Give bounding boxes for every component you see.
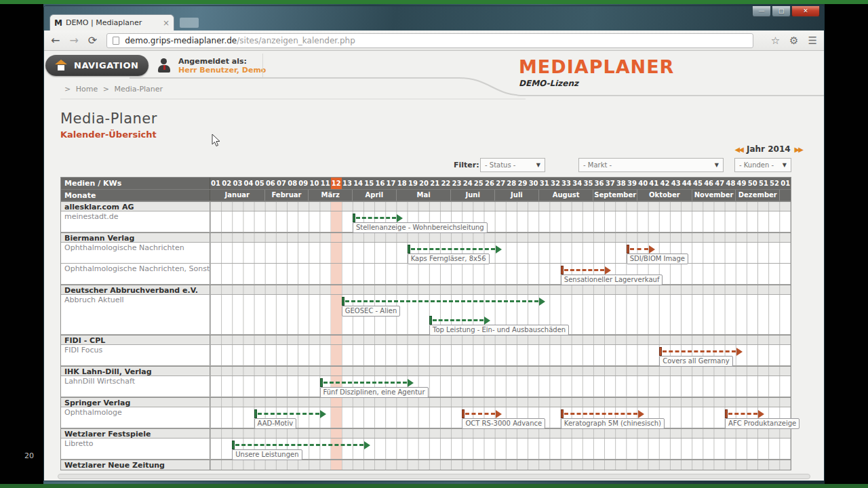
reload-icon[interactable]: ⟳ (88, 34, 97, 47)
week-header-cell[interactable]: 38 (616, 178, 627, 189)
week-header-cell[interactable]: 51 (758, 178, 769, 189)
status-filter-select[interactable]: - Status - ▼ (480, 158, 545, 172)
bar-start-marker (408, 245, 410, 253)
week-header-cell[interactable]: 20 (418, 178, 429, 189)
url-bar[interactable]: demo.grips-mediaplaner.de /sites/anzeige… (106, 33, 753, 48)
week-header-cell[interactable]: 13 (342, 178, 353, 189)
week-header-cell[interactable]: 40 (637, 178, 648, 189)
week-header-cell[interactable]: 19 (408, 178, 418, 189)
week-header-cell[interactable]: 02 (221, 178, 232, 189)
week-header-cell[interactable]: 21 (429, 178, 440, 189)
week-header-cell[interactable]: 33 (561, 178, 572, 189)
week-header-cell[interactable]: 28 (506, 178, 517, 189)
close-button[interactable]: ✕ (791, 6, 820, 17)
back-icon[interactable]: ← (51, 34, 60, 47)
week-header-cell[interactable]: 45 (692, 178, 703, 189)
campaign-bar[interactable] (429, 316, 490, 325)
campaign-bar[interactable] (254, 409, 327, 418)
week-header-cell[interactable]: 37 (605, 178, 616, 189)
week-header-cell[interactable]: 10 (309, 178, 319, 189)
week-header-cell[interactable]: 07 (276, 178, 287, 189)
campaign-label: OCT RS-3000 Advance (462, 418, 545, 429)
week-header-cell[interactable]: 04 (243, 178, 254, 189)
month-header-cell: Mai (396, 190, 451, 201)
markt-filter-select[interactable]: - Markt - ▼ (578, 158, 724, 172)
week-header-cell[interactable]: 25 (473, 178, 484, 189)
week-header-cell[interactable]: 18 (397, 178, 408, 189)
week-header-cell[interactable]: 48 (725, 178, 736, 189)
navigation-button[interactable]: NAVIGATION (45, 55, 149, 76)
prev-year-icon[interactable]: ◀◀ (735, 146, 743, 153)
week-header-cell[interactable]: 03 (232, 178, 243, 189)
week-header-cell[interactable]: 24 (462, 178, 473, 189)
campaign-bar[interactable] (561, 266, 611, 274)
campaign-bar[interactable] (353, 214, 403, 222)
week-header-cell[interactable]: 16 (374, 178, 385, 189)
week-header-cell[interactable]: 43 (671, 178, 682, 189)
week-header-cell[interactable]: 12 (331, 178, 342, 189)
app-page: NAVIGATION Angemeldet als: Herr Benutzer… (44, 51, 824, 481)
dropdown-icon: ▼ (715, 162, 719, 168)
week-header-cell[interactable]: 31 (539, 178, 550, 189)
week-header-cell[interactable]: 17 (386, 178, 397, 189)
campaign-bar[interactable] (462, 409, 501, 418)
campaign-bar[interactable] (320, 378, 414, 387)
new-tab-button[interactable] (180, 18, 199, 28)
campaign-bar[interactable] (561, 409, 644, 418)
week-header-cell[interactable]: 14 (353, 178, 363, 189)
overlay-number: 20 (24, 451, 34, 460)
week-header-cell[interactable]: 42 (659, 178, 670, 189)
next-year-icon[interactable]: ▶▶ (795, 146, 802, 153)
publisher-group-label: allesklar.com AG (61, 202, 210, 211)
bar-start-marker (232, 441, 235, 449)
campaign-label: Keratograph 5M (chinesisch) (561, 418, 665, 429)
week-header-cell[interactable]: 01 (780, 178, 791, 189)
campaign-bar[interactable] (232, 441, 370, 449)
breadcrumb-home[interactable]: Home (76, 85, 98, 94)
week-header-cell[interactable]: 34 (572, 178, 583, 189)
week-header-cell[interactable]: 08 (287, 178, 298, 189)
menu-icon[interactable]: ☰ (808, 35, 817, 47)
breadcrumb-mediaplaner[interactable]: Media-Planer (114, 85, 163, 94)
week-header-cell[interactable]: 41 (648, 178, 659, 189)
calendar-corner-label: Medien / KWs (61, 178, 210, 189)
minimize-button[interactable]: — (752, 6, 771, 17)
week-header-cell[interactable]: 52 (769, 178, 780, 189)
week-header-cell[interactable]: 26 (484, 178, 495, 189)
week-header-cell[interactable]: 35 (583, 178, 593, 189)
bar-start-marker (561, 266, 564, 274)
week-header-cell[interactable]: 39 (627, 178, 637, 189)
kunden-filter-select[interactable]: - Kunden - ▼ (734, 158, 791, 172)
campaign-bar[interactable] (725, 409, 764, 418)
week-header-cell[interactable]: 50 (747, 178, 758, 189)
week-header-cell[interactable]: 09 (298, 178, 309, 189)
week-header-cell[interactable]: 32 (550, 178, 561, 189)
campaign-bar[interactable] (659, 347, 743, 356)
week-header-cell[interactable]: 36 (593, 178, 604, 189)
campaign-bar[interactable] (627, 245, 655, 253)
week-header-cell[interactable]: 47 (714, 178, 725, 189)
forward-icon[interactable]: → (69, 34, 78, 47)
week-header-cell[interactable]: 49 (736, 178, 747, 189)
campaign-bar[interactable] (408, 245, 502, 253)
logged-in-user[interactable]: Herr Benutzer, Demo (178, 66, 266, 75)
tab-close-icon[interactable]: × (163, 18, 170, 28)
week-header-cell[interactable]: 46 (703, 178, 714, 189)
week-header-cell[interactable]: 05 (254, 178, 265, 189)
gear-icon[interactable]: ⚙ (789, 35, 798, 47)
week-header-cell[interactable]: 06 (265, 178, 276, 189)
week-header-cell[interactable]: 23 (451, 178, 462, 189)
maximize-button[interactable]: □ (772, 6, 791, 17)
bookmark-star-icon[interactable]: ☆ (771, 35, 780, 47)
campaign-bar[interactable] (342, 297, 545, 306)
week-header-cell[interactable]: 30 (528, 178, 539, 189)
week-header-cell[interactable]: 27 (495, 178, 506, 189)
week-header-cell[interactable]: 01 (210, 178, 221, 189)
week-header-cell[interactable]: 15 (363, 178, 374, 189)
week-header-cell[interactable]: 11 (320, 178, 331, 189)
browser-tab[interactable]: M DEMO | Mediaplaner × (50, 14, 174, 30)
week-header-cell[interactable]: 29 (517, 178, 528, 189)
week-header-cell[interactable]: 44 (682, 178, 692, 189)
bar-start-marker (659, 347, 662, 356)
week-header-cell[interactable]: 22 (440, 178, 451, 189)
